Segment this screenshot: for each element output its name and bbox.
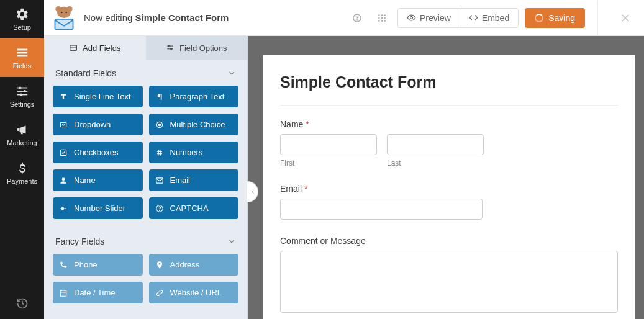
field-label: Dropdown: [74, 120, 111, 129]
eye-icon: [407, 13, 416, 22]
field-numbers[interactable]: Numbers: [149, 142, 239, 163]
help-icon: [352, 13, 362, 23]
field-dropdown[interactable]: Dropdown: [53, 114, 143, 135]
slider-icon: [59, 204, 68, 213]
grid-icon: [377, 13, 387, 23]
label-name: Name: [280, 119, 303, 129]
preview-button[interactable]: Preview: [398, 9, 460, 27]
required-indicator: *: [306, 119, 309, 129]
field-label: Checkboxes: [74, 148, 119, 157]
sublabel-last: Last: [387, 159, 484, 168]
tab-field-options[interactable]: Field Options: [146, 36, 248, 60]
svg-point-35: [158, 124, 161, 126]
input-last-name[interactable]: [387, 134, 484, 155]
svg-rect-0: [17, 49, 27, 51]
svg-rect-33: [60, 122, 66, 127]
svg-point-13: [65, 11, 67, 13]
nav-fields[interactable]: Fields: [0, 38, 44, 77]
nav-setup[interactable]: Setup: [0, 0, 44, 38]
text-icon: [59, 92, 68, 101]
label-email: Email: [280, 184, 302, 194]
input-comment[interactable]: [280, 251, 618, 313]
embed-label: Embed: [482, 13, 509, 23]
link-icon: [155, 289, 164, 297]
svg-point-24: [381, 20, 383, 21]
input-email[interactable]: [280, 199, 483, 220]
field-label: Date / Time: [74, 288, 115, 297]
form-preview: Simple Contact Form Name * First: [263, 55, 635, 319]
tab-label: Field Options: [179, 43, 227, 53]
field-block-comment[interactable]: Comment or Message: [280, 236, 618, 313]
field-label: Single Line Text: [74, 92, 131, 101]
field-block-name[interactable]: Name * First Last: [280, 119, 618, 168]
svg-point-26: [410, 17, 413, 19]
chevron-down-icon: [227, 69, 236, 78]
now-editing-prefix: Now editing: [84, 12, 135, 23]
field-label: Name: [74, 176, 96, 185]
svg-rect-47: [60, 290, 66, 295]
section-standard-fields[interactable]: Standard Fields: [44, 60, 247, 86]
apps-button[interactable]: [373, 9, 391, 27]
field-options-icon: [166, 43, 175, 52]
form-icon: [16, 46, 29, 60]
field-block-email[interactable]: Email *: [280, 184, 618, 220]
tab-add-fields[interactable]: Add Fields: [44, 36, 146, 60]
nav-payments[interactable]: Payments: [0, 154, 44, 192]
history-icon: [16, 297, 29, 310]
field-address[interactable]: Address: [149, 254, 239, 276]
section-title: Fancy Fields: [55, 236, 104, 246]
field-email[interactable]: Email: [149, 169, 239, 191]
pin-icon: [155, 261, 164, 269]
svg-point-6: [23, 90, 25, 92]
field-label: Numbers: [170, 148, 203, 157]
required-indicator: *: [304, 184, 307, 194]
svg-point-19: [384, 14, 385, 16]
field-phone[interactable]: Phone: [53, 254, 143, 276]
svg-line-39: [158, 150, 158, 155]
nav-marketing[interactable]: Marketing: [0, 115, 44, 154]
nav-label: Marketing: [7, 139, 37, 146]
svg-point-20: [378, 17, 379, 18]
save-button[interactable]: Saving: [525, 8, 585, 28]
field-name[interactable]: Name: [53, 169, 143, 191]
preview-label: Preview: [420, 13, 451, 23]
svg-rect-36: [60, 150, 66, 155]
spinner-icon: [535, 14, 543, 22]
svg-line-40: [160, 150, 161, 155]
collapse-panel-toggle[interactable]: [247, 181, 258, 202]
field-label: Number Slider: [74, 204, 125, 213]
field-checkboxes[interactable]: Checkboxes: [53, 142, 143, 163]
input-first-name[interactable]: [280, 134, 377, 155]
svg-point-22: [384, 17, 385, 18]
close-icon: [620, 12, 632, 24]
svg-point-23: [378, 20, 379, 21]
field-multiple-choice[interactable]: Multiple Choice: [149, 114, 239, 135]
svg-point-41: [62, 177, 65, 181]
history-button[interactable]: [0, 288, 44, 319]
embed-button[interactable]: Embed: [460, 9, 518, 27]
dropdown-icon: [59, 120, 68, 129]
nav-settings[interactable]: Settings: [0, 77, 44, 115]
section-title: Standard Fields: [55, 68, 116, 78]
close-button[interactable]: [617, 9, 635, 27]
field-captcha[interactable]: CAPTCHA: [149, 197, 239, 219]
hash-icon: [155, 148, 164, 157]
svg-point-16: [356, 19, 357, 20]
add-fields-icon: [69, 43, 78, 52]
field-number-slider[interactable]: Number Slider: [53, 197, 143, 219]
field-label: Website / URL: [170, 288, 222, 297]
save-label: Saving: [548, 13, 575, 23]
checkbox-icon: [59, 148, 68, 157]
field-single-line-text[interactable]: Single Line Text: [53, 86, 143, 107]
field-datetime[interactable]: Date / Time: [53, 282, 143, 303]
svg-point-25: [384, 20, 385, 21]
svg-rect-5: [17, 91, 27, 92]
field-paragraph-text[interactable]: Paragraph Text: [149, 86, 239, 107]
field-website-url[interactable]: Website / URL: [149, 282, 239, 303]
nav-label: Settings: [10, 101, 35, 108]
section-fancy-fields[interactable]: Fancy Fields: [44, 222, 247, 254]
form-title: Simple Contact Form: [280, 73, 618, 91]
help-button[interactable]: [348, 9, 366, 27]
label-comment: Comment or Message: [280, 236, 366, 246]
code-icon: [469, 13, 478, 22]
